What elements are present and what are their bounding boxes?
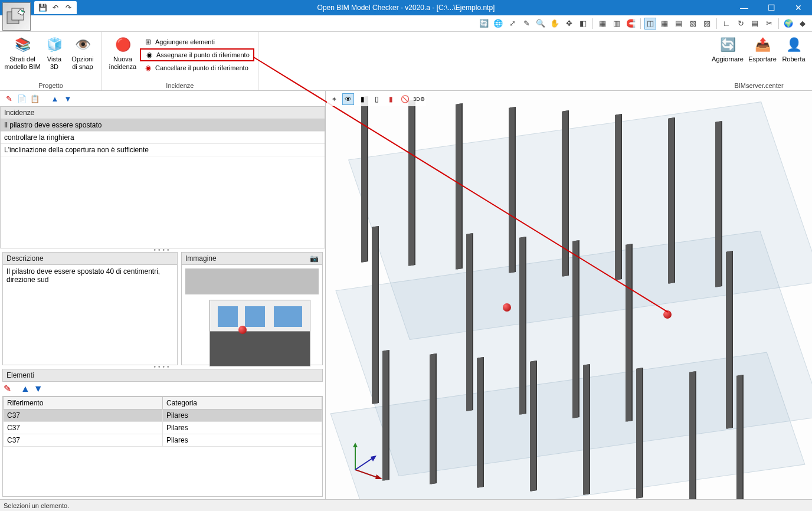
delete-reference-button[interactable]: ◉ Cancellare il punto di riferimento <box>140 61 254 74</box>
hatch3-icon[interactable]: ▨ <box>701 18 713 30</box>
incidents-list[interactable]: Il pilastro deve essere spostatocontroll… <box>0 119 325 248</box>
vista3d-button[interactable]: 🧊 Vista 3D <box>41 34 67 71</box>
hatch1-icon[interactable]: ▤ <box>673 18 685 30</box>
magnet-icon[interactable]: 🧲 <box>625 18 637 30</box>
image-preview[interactable] <box>181 265 323 365</box>
move-icon[interactable]: ✥ <box>563 18 575 30</box>
tool2-icon[interactable]: ▥ <box>611 18 623 30</box>
esportare-button[interactable]: 📤 Esportare <box>746 34 779 64</box>
separator <box>592 18 593 29</box>
draw-icon[interactable]: ✎ <box>520 18 532 30</box>
rotate-icon[interactable]: ↻ <box>735 18 746 30</box>
pillar <box>509 107 515 273</box>
tool1-icon[interactable]: ▦ <box>597 18 608 30</box>
pillar <box>726 251 732 428</box>
move-down-icon[interactable]: ▼ <box>63 93 73 104</box>
move-down-icon[interactable]: ▼ <box>34 384 43 394</box>
redo-button[interactable]: ↷ <box>63 2 74 14</box>
svg-marker-5 <box>375 474 382 479</box>
pillar <box>519 237 525 414</box>
paste-icon[interactable]: 📋 <box>30 93 40 104</box>
table-row[interactable]: C37Pilares <box>4 421 322 434</box>
undo-button[interactable]: ↶ <box>50 2 61 14</box>
separator <box>778 18 779 29</box>
vp-hide-icon[interactable]: 🚫 <box>399 93 411 105</box>
reference-point-1 <box>503 303 511 312</box>
eye-icon: 👁️ <box>73 35 92 54</box>
snap-button[interactable]: 👁️ Opzioni di snap <box>67 34 98 71</box>
axis-gizmo <box>343 440 385 481</box>
pillar <box>466 233 472 411</box>
aggiornare-button[interactable]: 🔄 Aggiornare <box>709 34 746 64</box>
add-elements-button[interactable]: ⊞ Aggiungere elementi <box>140 35 254 48</box>
minimize-button[interactable]: — <box>731 0 758 15</box>
orbit-icon[interactable]: 🔄 <box>478 18 490 30</box>
window-title: Open BIM Model Checker - v2020.a - [C:\.… <box>317 4 495 12</box>
assign-reference-button[interactable]: ◉ Assegnare il punto di riferimento <box>140 48 254 61</box>
pillar <box>372 226 378 404</box>
col-categoria[interactable]: Categoria <box>163 397 322 409</box>
window-icon[interactable]: ◧ <box>577 18 589 30</box>
edit-icon[interactable]: ✎ <box>4 383 11 394</box>
description-header: Descrizione <box>2 252 178 265</box>
layers-icon[interactable]: ▤ <box>749 18 761 30</box>
nuova-incidenza-button[interactable]: 🔴 Nuova incidenza <box>106 34 140 71</box>
zoom-extents-icon[interactable]: ⤢ <box>506 18 518 30</box>
close-button[interactable]: ✕ <box>785 0 812 15</box>
incident-row[interactable]: controllare la ringhiera <box>1 132 325 144</box>
table-row[interactable]: C37Pilares <box>4 409 322 421</box>
eye-icon[interactable]: 👁 <box>342 93 354 105</box>
vp-tool1-icon[interactable]: ▮ <box>356 93 368 105</box>
target-delete-icon: ◉ <box>143 63 153 73</box>
elements-header: Elementi <box>2 369 323 382</box>
pan-icon[interactable]: ✋ <box>549 18 561 30</box>
move-up-icon[interactable]: ▲ <box>50 93 60 104</box>
ribbon-spacer <box>258 32 706 90</box>
copy-icon[interactable]: 📄 <box>17 93 27 104</box>
user-avatar-icon: 👤 <box>784 35 803 54</box>
grid-plus-icon: ⊞ <box>143 37 153 47</box>
zoom-in-icon[interactable]: 🔍 <box>535 18 546 30</box>
user-button[interactable]: 👤 Roberta <box>779 34 808 64</box>
pillar <box>361 96 367 262</box>
hatch2-icon[interactable]: ▧ <box>687 18 699 30</box>
angle-icon[interactable]: ∟ <box>721 18 732 30</box>
strati-button[interactable]: 📚 Strati del modello BIM <box>4 34 41 71</box>
globe-icon[interactable]: 🌐 <box>492 18 504 30</box>
window-controls: — ☐ ✕ <box>731 0 812 15</box>
3d-viewport[interactable]: ⌖ 👁 ▮ ▯ ▮ 🚫 3D⚙ <box>326 91 812 499</box>
group-label: BIMserver.center <box>709 81 808 90</box>
pillar <box>626 244 631 421</box>
quick-access-toolbar: 💾 ↶ ↷ <box>34 1 77 14</box>
vp-3d-icon[interactable]: 3D⚙ <box>413 93 425 105</box>
save-button[interactable]: 💾 <box>37 2 48 14</box>
description-text[interactable]: Il pilastro deve essere spostato 40 di c… <box>2 265 178 365</box>
image-panel: Immagine 📷 <box>181 252 323 365</box>
diamond-icon[interactable]: ◆ <box>797 18 808 30</box>
edit-icon[interactable]: ✎ <box>4 93 14 104</box>
table-row[interactable]: C37Pilares <box>4 434 322 446</box>
axis-icon[interactable]: ⌖ <box>328 93 340 105</box>
svg-marker-7 <box>371 456 376 461</box>
pillar <box>477 357 483 487</box>
vp-tool3-icon[interactable]: ▮ <box>385 93 397 105</box>
world-icon[interactable]: 🌍 <box>782 18 794 30</box>
main-area: ✎ 📄 📋 ▲ ▼ Incidenze Il pilastro deve ess… <box>0 91 812 499</box>
incident-row[interactable]: Il pilastro deve essere spostato <box>1 119 325 132</box>
incident-row[interactable]: L'inclinazione della copertura non è suf… <box>1 144 325 156</box>
vp-tool2-icon[interactable]: ▯ <box>371 93 382 105</box>
col-riferimento[interactable]: Riferimento <box>4 397 163 409</box>
cut-icon[interactable]: ✂ <box>763 18 775 30</box>
elements-table[interactable]: Riferimento Categoria C37PilaresC37Pilar… <box>3 397 322 447</box>
maximize-button[interactable]: ☐ <box>758 0 785 15</box>
camera-icon[interactable]: 📷 <box>310 254 319 263</box>
svg-line-6 <box>355 458 373 470</box>
group-label: Incidenze <box>106 81 254 90</box>
move-up-icon[interactable]: ▲ <box>21 384 30 394</box>
image-header: Immagine 📷 <box>181 252 323 265</box>
ribbon-group-bimserver: 🔄 Aggiornare 📤 Esportare 👤 Roberta BIMse… <box>706 32 812 90</box>
elements-panel: Elementi ✎ ▲ ▼ Riferimento Categoria C37… <box>0 369 325 500</box>
grid-icon[interactable]: ▦ <box>659 18 670 30</box>
pillar <box>689 371 695 499</box>
cube-icon[interactable]: ◫ <box>644 18 656 30</box>
